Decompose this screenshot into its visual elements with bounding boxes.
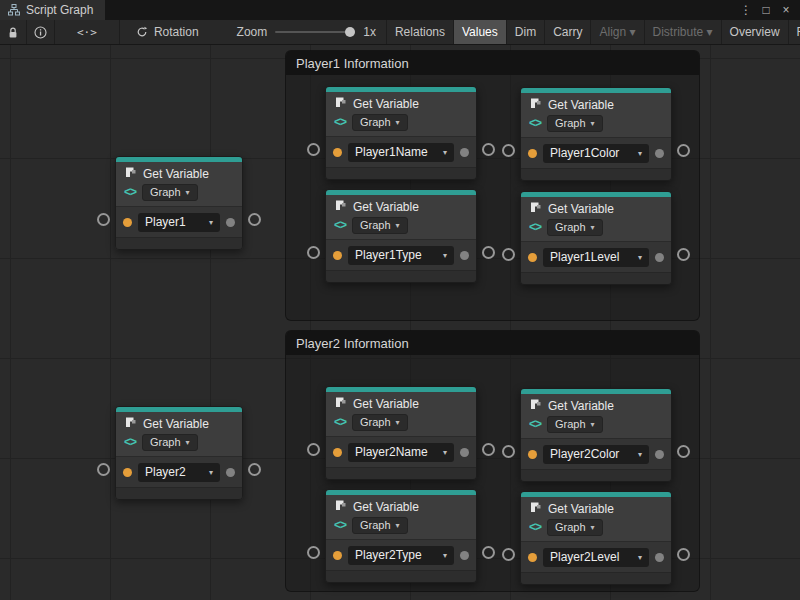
tab-title: Script Graph [26, 3, 93, 17]
output-port[interactable] [677, 548, 690, 561]
zoom-slider-knob[interactable] [345, 27, 355, 37]
variable-kind-dropdown[interactable]: Graph ▾ [547, 219, 603, 236]
input-port[interactable] [307, 143, 320, 156]
graph-canvas[interactable]: Player1 Information Player2 Information … [0, 45, 800, 600]
info-button[interactable] [27, 20, 55, 44]
input-port[interactable] [502, 248, 515, 261]
node-get-variable-player1color[interactable]: Get Variable <> Graph ▾ Player1Color ▾ [520, 87, 672, 181]
group-header[interactable]: Player2 Information [286, 331, 699, 355]
variable-name-dropdown[interactable]: Player1Type ▾ [348, 246, 454, 265]
toolbar-button-overview[interactable]: Overview [721, 20, 788, 44]
node-footer [521, 272, 671, 284]
variable-name-label: Player1 [145, 216, 186, 229]
variable-kind-dropdown[interactable]: Graph ▾ [352, 517, 408, 534]
variable-name-label: Player1Level [550, 251, 619, 264]
menu-icon[interactable]: ⋮ [738, 2, 754, 18]
variable-kind-label: Graph [360, 416, 391, 429]
node-footer [116, 237, 242, 249]
chevron-down-icon: ▾ [186, 436, 190, 449]
node-body: Player1Name ▾ [326, 136, 476, 167]
tab-script-graph[interactable]: Script Graph [0, 0, 105, 20]
node-get-variable-player2name[interactable]: Get Variable <> Graph ▾ Player2Name ▾ [325, 386, 477, 480]
variable-kind-dropdown[interactable]: Graph ▾ [142, 434, 198, 451]
rotation-control[interactable]: Rotation [120, 20, 211, 44]
value-output-dot [655, 149, 664, 158]
toolbar-button-carry[interactable]: Carry [544, 20, 590, 44]
output-port[interactable] [482, 546, 495, 559]
variable-name-dropdown[interactable]: Player1Level ▾ [543, 248, 649, 267]
input-port[interactable] [502, 144, 515, 157]
value-input-dot [123, 468, 132, 477]
chevron-down-icon: ▾ [591, 117, 595, 130]
close-icon[interactable]: × [778, 2, 794, 18]
input-port[interactable] [307, 246, 320, 259]
variable-kind-dropdown[interactable]: Graph ▾ [352, 217, 408, 234]
variable-kind-label: Graph [360, 219, 391, 232]
variable-name-label: Player2Color [550, 448, 619, 461]
output-port[interactable] [248, 213, 261, 226]
node-box: Get Variable <> Graph ▾ Player2Type ▾ [325, 489, 477, 583]
variable-name-dropdown[interactable]: Player2Level ▾ [543, 548, 649, 567]
node-get-variable-player2level[interactable]: Get Variable <> Graph ▾ Player2Level ▾ [520, 491, 672, 585]
variable-icon [334, 95, 347, 113]
variable-name-dropdown[interactable]: Player2Color ▾ [543, 445, 649, 464]
variable-kind-dropdown[interactable]: Graph ▾ [142, 184, 198, 201]
input-port[interactable] [307, 546, 320, 559]
variable-name-dropdown[interactable]: Player1Name ▾ [348, 143, 454, 162]
toolbar-button-relations[interactable]: Relations [386, 20, 453, 44]
variable-kind-dropdown[interactable]: Graph ▾ [352, 114, 408, 131]
variable-icon [529, 500, 542, 518]
variable-name-dropdown[interactable]: Player2Name ▾ [348, 443, 454, 462]
variable-kind-dropdown[interactable]: Graph ▾ [547, 115, 603, 132]
variable-name-dropdown[interactable]: Player1Color ▾ [543, 144, 649, 163]
variable-name-dropdown[interactable]: Player2 ▾ [138, 463, 220, 482]
output-port[interactable] [482, 443, 495, 456]
value-input-dot [528, 450, 537, 459]
node-footer [521, 168, 671, 180]
node-get-variable-player1[interactable]: Get Variable <> Graph ▾ Player1 ▾ [115, 156, 243, 250]
lock-button[interactable] [0, 20, 27, 44]
maximize-icon[interactable]: □ [758, 2, 774, 18]
variable-kind-dropdown[interactable]: Graph ▾ [547, 519, 603, 536]
lock-icon [7, 26, 19, 39]
node-get-variable-player1name[interactable]: Get Variable <> Graph ▾ Player1Name ▾ [325, 86, 477, 180]
chevron-down-icon: ▾ [443, 249, 447, 262]
variable-name-dropdown[interactable]: Player2Type ▾ [348, 546, 454, 565]
code-glyph-icon: <> [529, 520, 541, 534]
output-port[interactable] [677, 445, 690, 458]
variable-icon [529, 397, 542, 415]
node-get-variable-player1level[interactable]: Get Variable <> Graph ▾ Player1Level ▾ [520, 191, 672, 285]
variable-kind-dropdown[interactable]: Graph ▾ [352, 414, 408, 431]
node-box: Get Variable <> Graph ▾ Player2Name ▾ [325, 386, 477, 480]
zoom-slider-track [275, 31, 355, 33]
toolbar-button-values[interactable]: Values [453, 20, 506, 44]
script-graph-window: Script Graph ⋮ □ × <·> [0, 0, 800, 600]
output-port[interactable] [248, 463, 261, 476]
variable-icon [124, 415, 137, 433]
zoom-slider[interactable] [275, 20, 355, 44]
node-get-variable-player2[interactable]: Get Variable <> Graph ▾ Player2 ▾ [115, 406, 243, 500]
output-port[interactable] [677, 144, 690, 157]
input-port[interactable] [97, 213, 110, 226]
zoom-value: 1x [363, 25, 376, 39]
info-icon [34, 26, 47, 39]
node-get-variable-player1type[interactable]: Get Variable <> Graph ▾ Player1Type ▾ [325, 189, 477, 283]
group-header[interactable]: Player1 Information [286, 51, 699, 75]
input-port[interactable] [97, 463, 110, 476]
node-get-variable-player2type[interactable]: Get Variable <> Graph ▾ Player2Type ▾ [325, 489, 477, 583]
output-port[interactable] [482, 246, 495, 259]
output-port[interactable] [482, 143, 495, 156]
code-view-button[interactable]: <·> [55, 20, 120, 44]
variable-kind-label: Graph [555, 521, 586, 534]
input-port[interactable] [502, 548, 515, 561]
input-port[interactable] [502, 445, 515, 458]
node-header: Get Variable <> Graph ▾ [116, 162, 242, 206]
input-port[interactable] [307, 443, 320, 456]
toolbar-button-full-screen[interactable]: Full Screen [788, 20, 800, 44]
variable-kind-dropdown[interactable]: Graph ▾ [547, 416, 603, 433]
output-port[interactable] [677, 248, 690, 261]
variable-name-dropdown[interactable]: Player1 ▾ [138, 213, 220, 232]
toolbar-button-dim[interactable]: Dim [506, 20, 544, 44]
node-get-variable-player2color[interactable]: Get Variable <> Graph ▾ Player2Color ▾ [520, 388, 672, 482]
value-input-dot [333, 551, 342, 560]
